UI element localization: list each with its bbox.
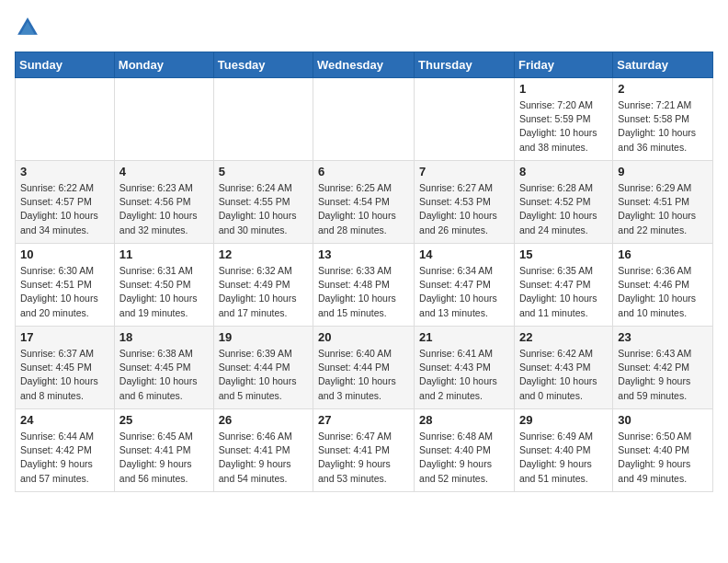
calendar-cell: 9Sunrise: 6:29 AM Sunset: 4:51 PM Daylig…: [613, 161, 713, 244]
calendar-day-header: Sunday: [16, 52, 115, 78]
calendar-cell: 5Sunrise: 6:24 AM Sunset: 4:55 PM Daylig…: [213, 161, 313, 244]
day-info: Sunrise: 6:50 AM Sunset: 4:40 PM Dayligh…: [618, 430, 708, 486]
day-number: 7: [419, 165, 509, 178]
day-number: 21: [419, 330, 509, 344]
calendar-day-header: Saturday: [613, 52, 713, 78]
day-info: Sunrise: 6:44 AM Sunset: 4:42 PM Dayligh…: [20, 430, 109, 486]
day-number: 25: [119, 413, 209, 427]
day-info: Sunrise: 6:24 AM Sunset: 4:55 PM Dayligh…: [219, 181, 308, 237]
day-info: Sunrise: 7:21 AM Sunset: 5:58 PM Dayligh…: [618, 98, 708, 155]
day-number: 4: [119, 165, 209, 178]
calendar-cell: 12Sunrise: 6:32 AM Sunset: 4:49 PM Dayli…: [213, 244, 313, 327]
calendar-day-header: Thursday: [415, 52, 515, 78]
calendar-day-header: Wednesday: [313, 52, 415, 78]
day-number: 27: [318, 413, 409, 427]
day-info: Sunrise: 6:30 AM Sunset: 4:51 PM Dayligh…: [20, 264, 109, 320]
day-number: 22: [519, 330, 608, 344]
calendar-cell: [16, 78, 115, 161]
calendar-cell: 16Sunrise: 6:36 AM Sunset: 4:46 PM Dayli…: [613, 244, 713, 327]
day-number: 9: [618, 165, 708, 178]
day-number: 8: [519, 165, 608, 178]
day-number: 6: [318, 165, 409, 178]
day-number: 5: [219, 165, 308, 178]
day-number: 17: [20, 330, 109, 344]
calendar-cell: 30Sunrise: 6:50 AM Sunset: 4:40 PM Dayli…: [613, 409, 713, 492]
day-info: Sunrise: 6:40 AM Sunset: 4:44 PM Dayligh…: [318, 347, 409, 403]
calendar-header-row: SundayMondayTuesdayWednesdayThursdayFrid…: [16, 52, 713, 78]
calendar-cell: 19Sunrise: 6:39 AM Sunset: 4:44 PM Dayli…: [213, 327, 313, 409]
day-number: 26: [219, 413, 308, 427]
calendar-cell: 4Sunrise: 6:23 AM Sunset: 4:56 PM Daylig…: [114, 161, 213, 244]
day-number: 15: [519, 247, 608, 261]
calendar-cell: 21Sunrise: 6:41 AM Sunset: 4:43 PM Dayli…: [415, 327, 515, 409]
day-number: 19: [219, 330, 308, 344]
day-info: Sunrise: 7:20 AM Sunset: 5:59 PM Dayligh…: [519, 98, 608, 155]
calendar-cell: 11Sunrise: 6:31 AM Sunset: 4:50 PM Dayli…: [114, 244, 213, 327]
day-info: Sunrise: 6:25 AM Sunset: 4:54 PM Dayligh…: [318, 181, 409, 237]
day-info: Sunrise: 6:41 AM Sunset: 4:43 PM Dayligh…: [419, 347, 509, 403]
calendar-cell: [313, 78, 415, 161]
calendar-cell: 25Sunrise: 6:45 AM Sunset: 4:41 PM Dayli…: [114, 409, 213, 492]
calendar-cell: 13Sunrise: 6:33 AM Sunset: 4:48 PM Dayli…: [313, 244, 415, 327]
day-number: 10: [20, 247, 109, 261]
calendar-cell: 2Sunrise: 7:21 AM Sunset: 5:58 PM Daylig…: [613, 78, 713, 161]
day-info: Sunrise: 6:38 AM Sunset: 4:45 PM Dayligh…: [119, 347, 209, 403]
calendar-cell: 15Sunrise: 6:35 AM Sunset: 4:47 PM Dayli…: [514, 244, 612, 327]
day-info: Sunrise: 6:35 AM Sunset: 4:47 PM Dayligh…: [519, 264, 608, 320]
day-number: 13: [318, 247, 409, 261]
day-number: 18: [119, 330, 209, 344]
calendar-cell: 18Sunrise: 6:38 AM Sunset: 4:45 PM Dayli…: [114, 327, 213, 409]
calendar-week-row: 10Sunrise: 6:30 AM Sunset: 4:51 PM Dayli…: [16, 244, 713, 327]
day-info: Sunrise: 6:31 AM Sunset: 4:50 PM Dayligh…: [119, 264, 209, 320]
day-info: Sunrise: 6:27 AM Sunset: 4:53 PM Dayligh…: [419, 181, 509, 237]
day-info: Sunrise: 6:23 AM Sunset: 4:56 PM Dayligh…: [119, 181, 209, 237]
calendar-cell: 17Sunrise: 6:37 AM Sunset: 4:45 PM Dayli…: [16, 327, 115, 409]
day-info: Sunrise: 6:36 AM Sunset: 4:46 PM Dayligh…: [618, 264, 708, 320]
calendar-day-header: Tuesday: [213, 52, 313, 78]
day-number: 24: [20, 413, 109, 427]
calendar-week-row: 3Sunrise: 6:22 AM Sunset: 4:57 PM Daylig…: [16, 161, 713, 244]
day-number: 1: [519, 82, 608, 96]
calendar-cell: 27Sunrise: 6:47 AM Sunset: 4:41 PM Dayli…: [313, 409, 415, 492]
logo-icon: [15, 15, 40, 40]
day-number: 28: [419, 413, 509, 427]
calendar-cell: 29Sunrise: 6:49 AM Sunset: 4:40 PM Dayli…: [514, 409, 612, 492]
day-number: 20: [318, 330, 409, 344]
day-info: Sunrise: 6:46 AM Sunset: 4:41 PM Dayligh…: [219, 430, 308, 486]
day-info: Sunrise: 6:29 AM Sunset: 4:51 PM Dayligh…: [618, 181, 708, 237]
day-info: Sunrise: 6:32 AM Sunset: 4:49 PM Dayligh…: [219, 264, 308, 320]
calendar-cell: 8Sunrise: 6:28 AM Sunset: 4:52 PM Daylig…: [514, 161, 612, 244]
calendar-header: SundayMondayTuesdayWednesdayThursdayFrid…: [16, 52, 713, 78]
logo: [15, 15, 44, 40]
day-number: 3: [20, 165, 109, 178]
calendar-cell: [114, 78, 213, 161]
day-number: 2: [618, 82, 708, 96]
day-info: Sunrise: 6:43 AM Sunset: 4:42 PM Dayligh…: [618, 347, 708, 403]
day-info: Sunrise: 6:42 AM Sunset: 4:43 PM Dayligh…: [519, 347, 608, 403]
day-info: Sunrise: 6:48 AM Sunset: 4:40 PM Dayligh…: [419, 430, 509, 486]
calendar-week-row: 1Sunrise: 7:20 AM Sunset: 5:59 PM Daylig…: [16, 78, 713, 161]
calendar-cell: [213, 78, 313, 161]
calendar-day-header: Monday: [114, 52, 213, 78]
calendar-cell: 14Sunrise: 6:34 AM Sunset: 4:47 PM Dayli…: [415, 244, 515, 327]
day-number: 30: [618, 413, 708, 427]
day-number: 23: [618, 330, 708, 344]
day-number: 29: [519, 413, 608, 427]
calendar-week-row: 17Sunrise: 6:37 AM Sunset: 4:45 PM Dayli…: [16, 327, 713, 409]
day-number: 12: [219, 247, 308, 261]
calendar-body: 1Sunrise: 7:20 AM Sunset: 5:59 PM Daylig…: [16, 78, 713, 492]
calendar-table: SundayMondayTuesdayWednesdayThursdayFrid…: [15, 52, 713, 492]
day-info: Sunrise: 6:49 AM Sunset: 4:40 PM Dayligh…: [519, 430, 608, 486]
calendar-cell: 26Sunrise: 6:46 AM Sunset: 4:41 PM Dayli…: [213, 409, 313, 492]
calendar-cell: 1Sunrise: 7:20 AM Sunset: 5:59 PM Daylig…: [514, 78, 612, 161]
calendar-cell: 28Sunrise: 6:48 AM Sunset: 4:40 PM Dayli…: [415, 409, 515, 492]
day-info: Sunrise: 6:33 AM Sunset: 4:48 PM Dayligh…: [318, 264, 409, 320]
calendar-cell: 3Sunrise: 6:22 AM Sunset: 4:57 PM Daylig…: [16, 161, 115, 244]
day-number: 11: [119, 247, 209, 261]
day-info: Sunrise: 6:47 AM Sunset: 4:41 PM Dayligh…: [318, 430, 409, 486]
calendar-cell: 22Sunrise: 6:42 AM Sunset: 4:43 PM Dayli…: [514, 327, 612, 409]
calendar-cell: 6Sunrise: 6:25 AM Sunset: 4:54 PM Daylig…: [313, 161, 415, 244]
calendar-cell: 24Sunrise: 6:44 AM Sunset: 4:42 PM Dayli…: [16, 409, 115, 492]
page-header: [15, 15, 713, 40]
calendar-cell: 10Sunrise: 6:30 AM Sunset: 4:51 PM Dayli…: [16, 244, 115, 327]
